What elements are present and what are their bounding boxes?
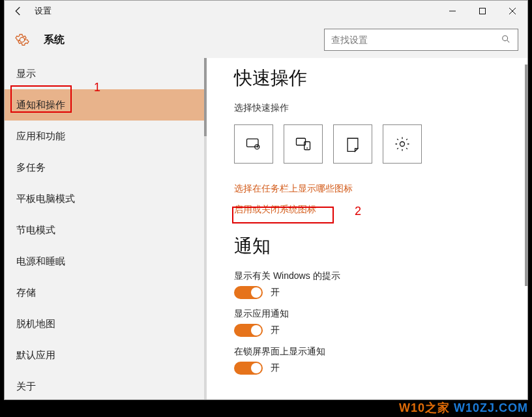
subheader: 系统 — [5, 22, 527, 58]
quick-action-connect[interactable] — [284, 124, 323, 164]
setting-label: 在锁屏界面上显示通知 — [234, 346, 527, 358]
svg-point-4 — [503, 35, 508, 40]
sidebar-item-5[interactable]: 节电模式 — [5, 214, 207, 246]
quick-action-tablet-mode[interactable] — [234, 124, 273, 164]
toggle-state-label: 开 — [271, 287, 280, 298]
toggle-switch[interactable] — [234, 362, 263, 375]
window-controls — [437, 1, 527, 22]
svg-line-5 — [507, 40, 510, 42]
content-scrollbar-thumb[interactable] — [525, 65, 527, 286]
watermark-text-2: W10ZJ.COM — [454, 401, 528, 414]
sidebar-item-1[interactable]: 通知和操作 — [5, 89, 207, 121]
toggle-state-label: 开 — [271, 362, 280, 374]
maximize-button[interactable] — [467, 1, 497, 22]
notification-setting-1: 显示应用通知开 — [234, 308, 527, 337]
sidebar-item-7[interactable]: 存储 — [5, 277, 207, 308]
sidebar-item-2[interactable]: 应用和功能 — [5, 121, 207, 152]
notifications-heading: 通知 — [234, 234, 527, 259]
page-category: 系统 — [31, 33, 65, 47]
search-input[interactable] — [325, 35, 494, 45]
quick-action-tiles — [234, 124, 527, 164]
link-system-icons[interactable]: 启用或关闭系统图标 — [234, 204, 527, 216]
setting-label: 显示应用通知 — [234, 308, 527, 320]
search-box[interactable] — [324, 29, 518, 51]
minimize-button[interactable] — [437, 1, 467, 22]
quick-action-note[interactable] — [333, 124, 372, 164]
settings-window: 设置 系统 显示通知和操作应用和功能多任务平板电脑模式节电模式电源和睡 — [4, 0, 528, 400]
quick-actions-heading: 快速操作 — [234, 66, 527, 91]
sidebar-item-3[interactable]: 多任务 — [5, 152, 207, 183]
link-taskbar-icons[interactable]: 选择在任务栏上显示哪些图标 — [234, 183, 527, 195]
sidebar-item-9[interactable]: 默认应用 — [5, 339, 207, 371]
window-title: 设置 — [32, 5, 437, 17]
body: 显示通知和操作应用和功能多任务平板电脑模式节电模式电源和睡眠存储脱机地图默认应用… — [5, 58, 527, 399]
watermark-text-1: W10之家 — [399, 401, 450, 414]
sidebar-item-8[interactable]: 脱机地图 — [5, 308, 207, 339]
notification-setting-0: 显示有关 Windows 的提示开 — [234, 270, 527, 299]
gear-icon — [14, 31, 31, 48]
quick-action-all-settings[interactable] — [383, 124, 422, 164]
back-button[interactable] — [5, 1, 32, 22]
toggle-switch[interactable] — [234, 324, 263, 337]
choose-quick-actions-label: 选择快速操作 — [234, 102, 527, 114]
titlebar: 设置 — [5, 1, 527, 22]
setting-label: 显示有关 Windows 的提示 — [234, 270, 527, 282]
svg-rect-1 — [480, 8, 486, 14]
sidebar-item-10[interactable]: 关于 — [5, 371, 207, 399]
sidebar-item-0[interactable]: 显示 — [5, 58, 207, 89]
content-area: 快速操作 选择快速操作 选择在任务栏上显示哪些图标 启用或关闭系统图标 通知 — [207, 58, 527, 399]
sidebar-item-4[interactable]: 平板电脑模式 — [5, 183, 207, 214]
svg-point-13 — [400, 142, 405, 147]
watermark: W10之家 W10ZJ.COM — [399, 400, 528, 416]
sidebar-item-6[interactable]: 电源和睡眠 — [5, 246, 207, 277]
svg-rect-6 — [247, 139, 259, 147]
toggle-state-label: 开 — [271, 324, 280, 336]
search-icon[interactable] — [494, 35, 518, 46]
notification-setting-2: 在锁屏界面上显示通知开 — [234, 346, 527, 375]
sidebar: 显示通知和操作应用和功能多任务平板电脑模式节电模式电源和睡眠存储脱机地图默认应用… — [5, 58, 207, 399]
svg-point-12 — [306, 147, 308, 149]
close-button[interactable] — [497, 1, 527, 22]
toggle-switch[interactable] — [234, 286, 263, 299]
